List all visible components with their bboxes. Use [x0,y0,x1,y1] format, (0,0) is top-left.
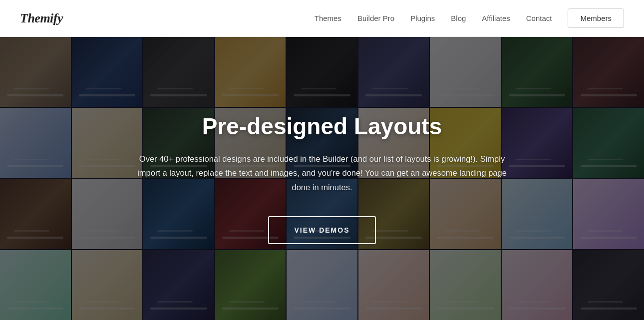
nav-themes[interactable]: Themes [315,14,341,22]
nav-builder-pro[interactable]: Builder Pro [357,14,394,22]
site-logo[interactable]: Themify [20,11,63,26]
nav-plugins[interactable]: Plugins [410,14,435,22]
hero-title: Pre-designed Layouts [202,113,442,140]
nav-blog[interactable]: Blog [451,14,466,22]
hero-content: Pre-designed Layouts Over 40+ profession… [0,37,644,320]
members-button[interactable]: Members [568,8,624,28]
main-nav: Themes Builder Pro Plugins Blog Affiliat… [315,8,624,28]
site-header: Themify Themes Builder Pro Plugins Blog … [0,0,644,37]
hero-section: Pre-designed Layouts Over 40+ profession… [0,37,644,320]
nav-affiliates[interactable]: Affiliates [482,14,510,22]
hero-subtitle: Over 40+ professional designs are includ… [132,152,512,194]
view-demos-button[interactable]: VIEW DEMOS [268,216,375,244]
nav-contact[interactable]: Contact [526,14,552,22]
